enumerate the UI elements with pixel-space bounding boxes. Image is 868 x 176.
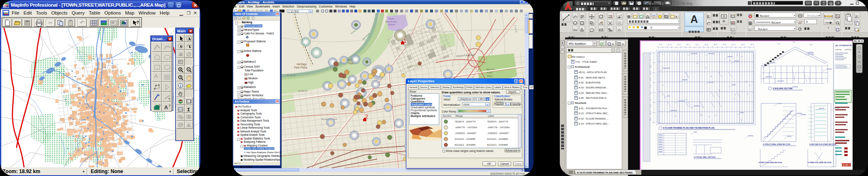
svg-text:?: ?: [837, 2, 839, 5]
svg-text:▾: ▾: [649, 2, 651, 5]
svg-text:27'-0": 27'-0": [650, 104, 652, 108]
svg-text:10'-4": 10'-4": [809, 44, 813, 46]
svg-text:Nash: Nash: [389, 17, 394, 20]
svg-text:40'-8": 40'-8": [705, 44, 709, 46]
svg-text:32'-5": 32'-5": [695, 44, 700, 46]
svg-text:20'-9": 20'-9": [650, 111, 652, 114]
svg-text:28'-1": 28'-1": [723, 44, 727, 46]
svg-text:Park: Park: [487, 75, 492, 77]
svg-text:17'-5": 17'-5": [659, 44, 663, 46]
svg-text:▾: ▾: [612, 43, 614, 46]
svg-text:10'-5": 10'-5": [650, 64, 652, 68]
svg-text:▾: ▾: [622, 43, 624, 46]
svg-text:▾: ▾: [670, 2, 671, 5]
svg-text:School: School: [388, 23, 395, 26]
svg-text:29'-2": 29'-2": [686, 44, 690, 46]
svg-text:Harmon: Harmon: [486, 68, 495, 71]
svg-text:Field: Field: [487, 71, 492, 74]
svg-text:?: ?: [168, 97, 170, 101]
svg-text:Elementary: Elementary: [386, 20, 397, 23]
svg-text:12'-8": 12'-8": [777, 43, 780, 45]
svg-text:S FLOOR FRAMING PLAN AND FOUN: S FLOOR FRAMING PLAN AND FOUNDATION PLAN: [663, 127, 715, 129]
svg-text:W 10th St: W 10th St: [298, 90, 308, 92]
svg-text:Heritage: Heritage: [297, 63, 307, 66]
svg-text:37'-4": 37'-4": [677, 44, 681, 46]
svg-text:3'-9": 3'-9": [793, 42, 795, 43]
svg-text:S FIRST FLR STAIR SECTION: S FIRST FLR STAIR SECTION: [759, 161, 782, 164]
svg-text:9'-9": 9'-9": [650, 98, 652, 101]
svg-text:?: ?: [168, 104, 171, 108]
svg-text:3CH7YDB: 3CH7YDB: [835, 49, 842, 51]
svg-text:?: ?: [158, 104, 161, 108]
svg-text:▾: ▾: [675, 15, 677, 18]
svg-text:32'-3": 32'-3": [732, 44, 736, 46]
svg-text:J4L CYD700031R INC: J4L CYD700031R INC: [835, 44, 852, 46]
svg-text:?: ?: [136, 20, 139, 25]
svg-text:W 7th St: W 7th St: [287, 74, 296, 76]
svg-text:A: A: [164, 105, 168, 110]
svg-text:17'-6": 17'-6": [650, 84, 652, 88]
svg-text:S TYPICAL WALL SECTION: S TYPICAL WALL SECTION: [694, 156, 715, 158]
svg-text:Σ: Σ: [188, 107, 190, 112]
svg-text:1 2: 1 2: [187, 100, 191, 103]
svg-text:S THIRD FLR STAIR SECTION: S THIRD FLR STAIR SECTION: [808, 161, 831, 164]
svg-text:30'-9": 30'-9": [741, 44, 745, 46]
svg-text:23'-7": 23'-7": [650, 58, 652, 61]
svg-text:▾: ▾: [660, 2, 661, 5]
svg-text:S STRUCTURAL STAIR SECTION: S STRUCTURAL STAIR SECTION: [763, 143, 790, 145]
svg-text:21'-1": 21'-1": [650, 91, 652, 94]
svg-text:S BUILDING SECTION: S BUILDING SECTION: [773, 88, 792, 90]
svg-text:11'-1": 11'-1": [650, 51, 652, 54]
svg-text:18'-8": 18'-8": [650, 117, 652, 121]
svg-text:S SECOND FLR STAIR SECTION: S SECOND FLR STAIR SECTION: [809, 143, 836, 145]
svg-text:12'-0": 12'-0": [650, 78, 652, 81]
svg-text:CH3PTEW: CH3PTEW: [844, 49, 851, 51]
svg-text:Park Plaza: Park Plaza: [294, 66, 307, 69]
svg-text:38'-9": 38'-9": [714, 44, 718, 46]
svg-text:18'-4": 18'-4": [750, 44, 754, 46]
svg-text:?: ?: [180, 76, 181, 79]
svg-text:10'-6": 10'-6": [650, 71, 652, 74]
svg-text:Gr_HN: Gr_HN: [843, 164, 848, 166]
svg-text:31'-0": 31'-0": [668, 44, 672, 46]
